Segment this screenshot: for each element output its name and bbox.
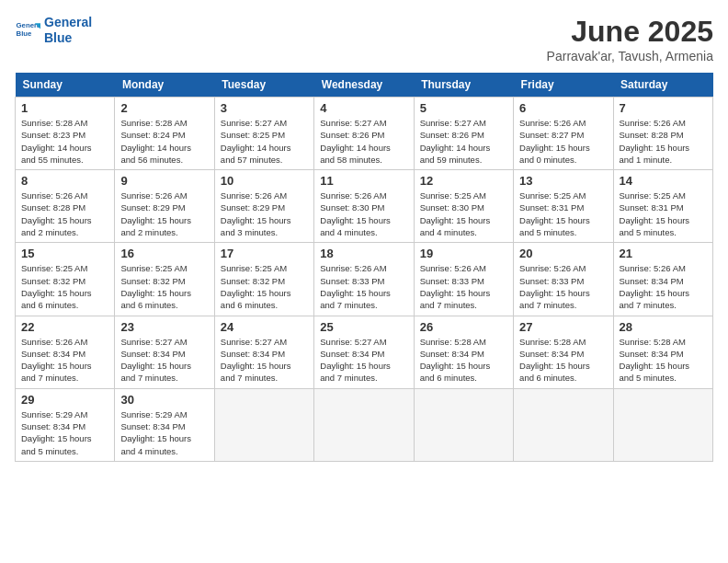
- day-number: 24: [221, 320, 308, 334]
- calendar-cell: 12Sunrise: 5:25 AMSunset: 8:30 PMDayligh…: [414, 170, 513, 243]
- day-number: 2: [120, 101, 208, 115]
- calendar-week-3: 15Sunrise: 5:25 AMSunset: 8:32 PMDayligh…: [16, 243, 713, 316]
- day-number: 13: [519, 174, 607, 188]
- calendar-cell: 24Sunrise: 5:27 AMSunset: 8:34 PMDayligh…: [214, 316, 313, 388]
- day-number: 22: [21, 320, 108, 334]
- calendar-cell: 13Sunrise: 5:25 AMSunset: 8:31 PMDayligh…: [514, 170, 613, 243]
- calendar-table: Sunday Monday Tuesday Wednesday Thursday…: [15, 73, 713, 462]
- day-info: Sunrise: 5:28 AMSunset: 8:23 PMDaylight:…: [21, 117, 108, 166]
- col-sunday: Sunday: [16, 73, 115, 98]
- day-number: 30: [120, 393, 208, 407]
- day-number: 12: [420, 174, 507, 188]
- calendar-cell: 23Sunrise: 5:27 AMSunset: 8:34 PMDayligh…: [115, 316, 214, 388]
- day-number: 8: [21, 174, 108, 188]
- col-tuesday: Tuesday: [214, 73, 313, 98]
- day-info: Sunrise: 5:29 AMSunset: 8:34 PMDaylight:…: [21, 408, 108, 457]
- calendar-cell: [214, 388, 313, 461]
- calendar-cell: 3Sunrise: 5:27 AMSunset: 8:25 PMDaylight…: [214, 98, 313, 170]
- header-row: Sunday Monday Tuesday Wednesday Thursday…: [16, 73, 713, 98]
- day-info: Sunrise: 5:26 AMSunset: 8:34 PMDaylight:…: [620, 262, 707, 311]
- day-number: 10: [221, 174, 308, 188]
- day-info: Sunrise: 5:27 AMSunset: 8:26 PMDaylight:…: [420, 117, 507, 166]
- day-info: Sunrise: 5:26 AMSunset: 8:33 PMDaylight:…: [519, 262, 607, 311]
- calendar-week-1: 1Sunrise: 5:28 AMSunset: 8:23 PMDaylight…: [16, 98, 713, 170]
- calendar-week-4: 22Sunrise: 5:26 AMSunset: 8:34 PMDayligh…: [16, 316, 713, 388]
- day-info: Sunrise: 5:26 AMSunset: 8:34 PMDaylight:…: [21, 336, 108, 385]
- col-monday: Monday: [115, 73, 214, 98]
- day-info: Sunrise: 5:26 AMSunset: 8:29 PMDaylight:…: [120, 190, 208, 238]
- col-wednesday: Wednesday: [314, 73, 414, 98]
- day-info: Sunrise: 5:26 AMSunset: 8:28 PMDaylight:…: [21, 190, 108, 238]
- day-number: 20: [519, 247, 607, 260]
- day-info: Sunrise: 5:27 AMSunset: 8:34 PMDaylight:…: [221, 336, 308, 385]
- day-number: 11: [320, 174, 407, 188]
- day-info: Sunrise: 5:26 AMSunset: 8:33 PMDaylight:…: [420, 262, 507, 311]
- day-info: Sunrise: 5:29 AMSunset: 8:34 PMDaylight:…: [120, 408, 208, 457]
- day-info: Sunrise: 5:26 AMSunset: 8:27 PMDaylight:…: [519, 117, 607, 166]
- day-number: 6: [519, 101, 607, 115]
- calendar-cell: 5Sunrise: 5:27 AMSunset: 8:26 PMDaylight…: [414, 98, 513, 170]
- day-info: Sunrise: 5:25 AMSunset: 8:32 PMDaylight:…: [21, 262, 108, 311]
- calendar-cell: 27Sunrise: 5:28 AMSunset: 8:34 PMDayligh…: [514, 316, 613, 388]
- calendar-cell: 21Sunrise: 5:26 AMSunset: 8:34 PMDayligh…: [613, 243, 712, 316]
- col-thursday: Thursday: [414, 73, 513, 98]
- day-info: Sunrise: 5:27 AMSunset: 8:34 PMDaylight:…: [120, 336, 208, 385]
- day-number: 14: [620, 174, 707, 188]
- logo-text: General Blue: [44, 15, 92, 46]
- day-info: Sunrise: 5:28 AMSunset: 8:34 PMDaylight:…: [620, 336, 707, 385]
- day-number: 9: [120, 174, 208, 188]
- day-number: 29: [21, 393, 108, 407]
- day-number: 3: [221, 101, 308, 115]
- day-number: 27: [519, 320, 607, 334]
- header: General Blue General Blue June 2025 Parr…: [15, 15, 713, 63]
- day-info: Sunrise: 5:25 AMSunset: 8:30 PMDaylight:…: [420, 190, 507, 238]
- day-info: Sunrise: 5:27 AMSunset: 8:26 PMDaylight:…: [320, 117, 407, 166]
- day-info: Sunrise: 5:27 AMSunset: 8:34 PMDaylight:…: [320, 336, 407, 385]
- calendar-cell: 2Sunrise: 5:28 AMSunset: 8:24 PMDaylight…: [115, 98, 214, 170]
- day-info: Sunrise: 5:28 AMSunset: 8:34 PMDaylight:…: [420, 336, 507, 385]
- day-info: Sunrise: 5:26 AMSunset: 8:30 PMDaylight:…: [320, 190, 407, 238]
- calendar-cell: 8Sunrise: 5:26 AMSunset: 8:28 PMDaylight…: [16, 170, 115, 243]
- calendar-cell: 26Sunrise: 5:28 AMSunset: 8:34 PMDayligh…: [414, 316, 513, 388]
- day-number: 4: [320, 101, 407, 115]
- calendar-cell: [314, 388, 414, 461]
- calendar-cell: [613, 388, 712, 461]
- day-info: Sunrise: 5:26 AMSunset: 8:29 PMDaylight:…: [221, 190, 308, 238]
- day-number: 25: [320, 320, 407, 334]
- day-info: Sunrise: 5:28 AMSunset: 8:24 PMDaylight:…: [120, 117, 208, 166]
- calendar-week-5: 29Sunrise: 5:29 AMSunset: 8:34 PMDayligh…: [16, 388, 713, 461]
- calendar-cell: 16Sunrise: 5:25 AMSunset: 8:32 PMDayligh…: [115, 243, 214, 316]
- col-friday: Friday: [514, 73, 613, 98]
- calendar-cell: 14Sunrise: 5:25 AMSunset: 8:31 PMDayligh…: [613, 170, 712, 243]
- calendar-cell: 11Sunrise: 5:26 AMSunset: 8:30 PMDayligh…: [314, 170, 414, 243]
- calendar-cell: 28Sunrise: 5:28 AMSunset: 8:34 PMDayligh…: [613, 316, 712, 388]
- title-area: June 2025 Parravak'ar, Tavush, Armenia: [547, 15, 713, 63]
- day-number: 21: [620, 247, 707, 260]
- day-number: 5: [420, 101, 507, 115]
- day-number: 15: [21, 247, 108, 260]
- calendar-cell: 22Sunrise: 5:26 AMSunset: 8:34 PMDayligh…: [16, 316, 115, 388]
- calendar-cell: 30Sunrise: 5:29 AMSunset: 8:34 PMDayligh…: [115, 388, 214, 461]
- calendar-cell: 6Sunrise: 5:26 AMSunset: 8:27 PMDaylight…: [514, 98, 613, 170]
- day-info: Sunrise: 5:25 AMSunset: 8:31 PMDaylight:…: [620, 190, 707, 238]
- logo: General Blue General Blue: [15, 15, 92, 46]
- calendar-cell: [514, 388, 613, 461]
- day-number: 23: [120, 320, 208, 334]
- calendar-week-2: 8Sunrise: 5:26 AMSunset: 8:28 PMDaylight…: [16, 170, 713, 243]
- day-number: 16: [120, 247, 208, 260]
- day-number: 7: [620, 101, 707, 115]
- calendar-cell: 18Sunrise: 5:26 AMSunset: 8:33 PMDayligh…: [314, 243, 414, 316]
- day-info: Sunrise: 5:25 AMSunset: 8:32 PMDaylight:…: [221, 262, 308, 311]
- calendar-subtitle: Parravak'ar, Tavush, Armenia: [547, 49, 713, 63]
- day-info: Sunrise: 5:25 AMSunset: 8:31 PMDaylight:…: [519, 190, 607, 238]
- calendar-cell: 20Sunrise: 5:26 AMSunset: 8:33 PMDayligh…: [514, 243, 613, 316]
- calendar-cell: 25Sunrise: 5:27 AMSunset: 8:34 PMDayligh…: [314, 316, 414, 388]
- calendar-cell: 1Sunrise: 5:28 AMSunset: 8:23 PMDaylight…: [16, 98, 115, 170]
- day-info: Sunrise: 5:26 AMSunset: 8:28 PMDaylight:…: [620, 117, 707, 166]
- day-number: 28: [620, 320, 707, 334]
- day-number: 19: [420, 247, 507, 260]
- calendar-title: June 2025: [547, 15, 713, 49]
- day-number: 18: [320, 247, 407, 260]
- calendar-cell: 17Sunrise: 5:25 AMSunset: 8:32 PMDayligh…: [214, 243, 313, 316]
- day-number: 1: [21, 101, 108, 115]
